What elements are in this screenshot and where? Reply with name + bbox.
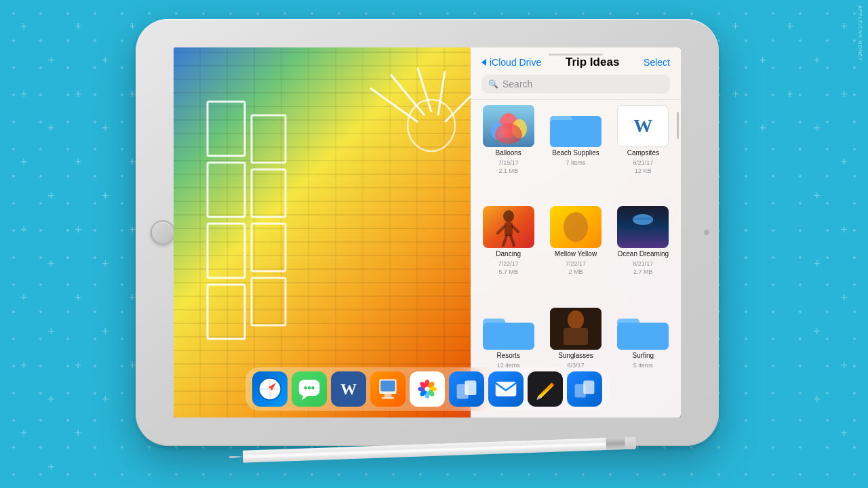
file-name-dancing: Dancing [496,250,521,258]
file-name-resorts: Resorts [496,352,519,360]
svg-rect-29 [550,120,601,147]
dock-icon-files[interactable] [449,371,484,407]
file-thumbnail-mellow-yellow [550,206,601,248]
svg-point-21 [499,113,518,138]
file-thumbnail-campsites: W [617,105,669,147]
file-meta-beach-supplies: 7 items [566,159,585,167]
file-item-mellow-yellow[interactable]: Mellow Yellow 7/22/172 MB [546,206,605,302]
svg-rect-20 [483,105,534,147]
pencil-band [606,437,626,450]
file-name-balloons: Balloons [495,149,521,157]
home-button[interactable] [151,220,175,245]
file-meta-campsites: 8/21/1712 KB [633,159,653,175]
file-item-balloons[interactable]: Balloons 7/15/172.1 MB [479,105,538,201]
dock-icon-keynote[interactable] [370,371,406,407]
pencil-end [625,437,637,450]
scroll-indicator [677,112,679,139]
file-thumbnail-ocean-dreaming [617,206,669,248]
dock: W [245,367,609,411]
file-item-ocean-dreaming[interactable]: Ocean Dreaming 8/21/172.7 MB [614,206,673,302]
file-name-mellow-yellow: Mellow Yellow [555,250,597,258]
file-item-campsites[interactable]: W Campsites 8/21/1712 KB [614,105,673,201]
svg-point-23 [512,119,527,138]
folder-icon-surfing [617,308,669,350]
search-placeholder: Search [502,79,532,89]
svg-point-58 [311,386,315,390]
file-meta-mellow-yellow: 7/22/172 MB [566,260,586,276]
file-meta-dancing: 7/22/175.7 MB [498,260,519,276]
pencil-tip [229,455,243,460]
svg-marker-55 [302,396,308,400]
svg-point-31 [503,210,514,222]
dock-icon-word[interactable]: W [331,371,366,407]
dock-icon-pencil-app[interactable] [528,371,563,407]
ipad-device: iCloud Drive Trip Ideas Select 🔍 Search [136,19,732,446]
camera-sensor [704,230,709,235]
file-item-beach-supplies[interactable]: Beach Supplies 7 items [546,105,605,201]
svg-rect-39 [617,206,669,248]
svg-point-45 [568,310,584,329]
search-bar[interactable]: 🔍 Search [481,75,670,94]
dock-icon-safari[interactable] [252,371,288,407]
file-meta-balloons: 7/15/172.1 MB [498,159,519,175]
svg-rect-41 [633,218,653,220]
svg-rect-46 [564,328,588,345]
dock-icon-photos[interactable] [410,371,445,407]
files-grid: Balloons 7/15/172.1 MB Beach Suppli [471,100,681,409]
file-name-campsites: Campsites [627,149,659,157]
file-name-ocean-dreaming: Ocean Dreaming [618,250,669,258]
svg-rect-48 [617,323,669,350]
file-thumbnail-balloons [483,105,534,147]
folder-icon-beach-supplies [550,105,601,147]
file-meta-surfing: 5 items [633,362,653,370]
ipad-body: iCloud Drive Trip Ideas Select 🔍 Search [136,19,719,446]
svg-rect-74 [496,382,517,396]
svg-point-22 [491,122,505,140]
file-name-surfing: Surfing [632,352,654,360]
file-meta-ocean-dreaming: 8/21/172.7 MB [633,260,653,276]
svg-rect-62 [382,397,394,399]
watermark: APPLE/CNN MONEY [858,5,863,61]
svg-marker-76 [538,386,553,399]
file-name-sunglasses: Sunglasses [558,352,593,360]
svg-point-56 [304,386,307,390]
svg-rect-60 [380,380,395,391]
dock-icon-messages[interactable] [292,371,327,407]
search-icon: 🔍 [488,79,498,89]
dock-icon-mail[interactable] [488,371,524,407]
svg-point-71 [425,386,429,391]
svg-rect-61 [384,394,392,397]
svg-point-57 [308,386,311,390]
files-panel: iCloud Drive Trip Ideas Select 🔍 Search [471,47,681,418]
file-thumbnail-dancing [483,206,534,248]
svg-rect-73 [465,380,476,395]
svg-rect-32 [505,222,513,236]
status-bar [471,47,681,61]
dock-icon-files-browse[interactable]: Browse [567,371,602,407]
word-icon: W [633,115,652,137]
file-item-surfing[interactable]: Surfing 5 items [614,308,673,403]
svg-rect-80 [583,380,594,394]
status-indicator [549,54,603,56]
ipad-screen: iCloud Drive Trip Ideas Select 🔍 Search [174,47,681,418]
file-item-dancing[interactable]: Dancing 7/22/175.7 MB [479,206,538,302]
word-icon-label: W [340,380,357,399]
svg-rect-43 [483,323,534,350]
svg-point-38 [564,212,588,242]
folder-icon-resorts [483,308,534,350]
file-thumbnail-sunglasses [550,308,601,350]
file-name-beach-supplies: Beach Supplies [552,149,599,157]
